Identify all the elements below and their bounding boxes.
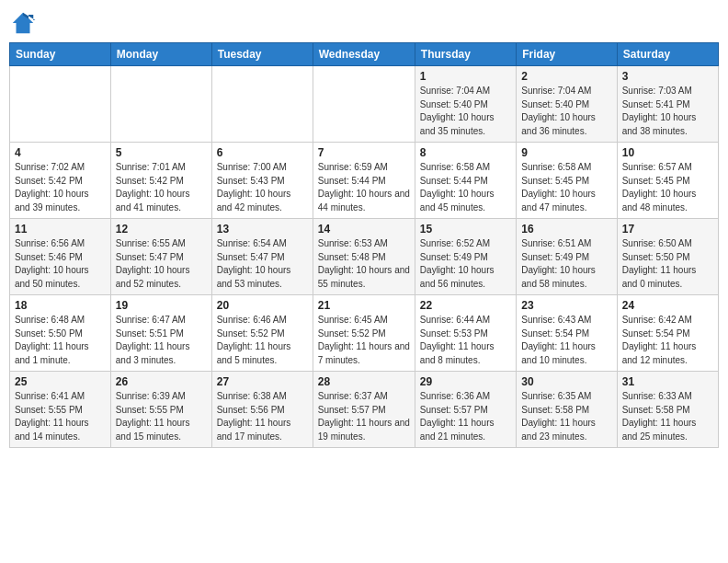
day-number: 3 — [622, 70, 713, 83]
day-number: 4 — [15, 146, 106, 159]
header-row: SundayMondayTuesdayWednesdayThursdayFrid… — [10, 43, 719, 66]
day-info: Sunrise: 6:44 AM Sunset: 5:53 PM Dayligh… — [420, 314, 511, 367]
day-info: Sunrise: 7:00 AM Sunset: 5:43 PM Dayligh… — [217, 161, 308, 214]
day-info: Sunrise: 6:50 AM Sunset: 5:50 PM Dayligh… — [622, 237, 713, 291]
day-cell: 12Sunrise: 6:55 AM Sunset: 5:47 PM Dayli… — [110, 219, 211, 295]
day-info: Sunrise: 6:42 AM Sunset: 5:54 PM Dayligh… — [622, 314, 713, 367]
day-cell: 23Sunrise: 6:43 AM Sunset: 5:54 PM Dayli… — [517, 295, 617, 372]
day-cell: 26Sunrise: 6:39 AM Sunset: 5:55 PM Dayli… — [110, 372, 211, 448]
day-cell: 13Sunrise: 6:54 AM Sunset: 5:47 PM Dayli… — [211, 219, 313, 295]
day-info: Sunrise: 6:48 AM Sunset: 5:50 PM Dayligh… — [15, 314, 106, 367]
day-info: Sunrise: 7:03 AM Sunset: 5:41 PM Dayligh… — [622, 85, 713, 138]
day-number: 17 — [622, 223, 713, 236]
day-info: Sunrise: 6:53 AM Sunset: 5:48 PM Dayligh… — [318, 237, 410, 291]
day-number: 15 — [420, 223, 511, 236]
week-row-1: 1Sunrise: 7:04 AM Sunset: 5:40 PM Daylig… — [10, 66, 719, 143]
day-cell: 24Sunrise: 6:42 AM Sunset: 5:54 PM Dayli… — [617, 295, 718, 372]
day-number: 8 — [420, 146, 511, 159]
day-info: Sunrise: 6:57 AM Sunset: 5:45 PM Dayligh… — [622, 161, 713, 214]
day-cell: 9Sunrise: 6:58 AM Sunset: 5:45 PM Daylig… — [517, 143, 617, 219]
day-cell: 10Sunrise: 6:57 AM Sunset: 5:45 PM Dayli… — [617, 143, 718, 219]
logo-icon — [9, 9, 37, 37]
day-cell: 5Sunrise: 7:01 AM Sunset: 5:42 PM Daylig… — [110, 143, 211, 219]
day-info: Sunrise: 7:04 AM Sunset: 5:40 PM Dayligh… — [420, 85, 511, 138]
day-cell: 17Sunrise: 6:50 AM Sunset: 5:50 PM Dayli… — [617, 219, 718, 295]
week-row-2: 4Sunrise: 7:02 AM Sunset: 5:42 PM Daylig… — [10, 143, 719, 219]
day-info: Sunrise: 6:45 AM Sunset: 5:52 PM Dayligh… — [318, 314, 410, 367]
day-info: Sunrise: 6:39 AM Sunset: 5:55 PM Dayligh… — [116, 390, 207, 443]
day-info: Sunrise: 6:43 AM Sunset: 5:54 PM Dayligh… — [521, 314, 611, 367]
day-number: 29 — [420, 375, 511, 388]
calendar-table: SundayMondayTuesdayWednesdayThursdayFrid… — [9, 42, 719, 448]
day-number: 20 — [217, 299, 308, 312]
day-number: 13 — [217, 223, 308, 236]
header-cell-tuesday: Tuesday — [211, 43, 313, 66]
day-cell: 3Sunrise: 7:03 AM Sunset: 5:41 PM Daylig… — [617, 66, 718, 143]
header-cell-thursday: Thursday — [415, 43, 516, 66]
page-header — [9, 9, 719, 37]
day-cell — [10, 66, 111, 143]
day-number: 1 — [420, 70, 511, 83]
day-info: Sunrise: 6:59 AM Sunset: 5:44 PM Dayligh… — [318, 161, 410, 214]
day-number: 23 — [521, 299, 611, 312]
day-number: 19 — [116, 299, 207, 312]
day-number: 26 — [116, 375, 207, 388]
day-number: 21 — [318, 299, 410, 312]
day-cell: 19Sunrise: 6:47 AM Sunset: 5:51 PM Dayli… — [110, 295, 211, 372]
day-cell: 14Sunrise: 6:53 AM Sunset: 5:48 PM Dayli… — [313, 219, 415, 295]
day-number: 12 — [116, 223, 207, 236]
day-cell: 25Sunrise: 6:41 AM Sunset: 5:55 PM Dayli… — [10, 372, 111, 448]
header-cell-monday: Monday — [110, 43, 211, 66]
day-cell: 31Sunrise: 6:33 AM Sunset: 5:58 PM Dayli… — [617, 372, 718, 448]
day-cell: 21Sunrise: 6:45 AM Sunset: 5:52 PM Dayli… — [313, 295, 415, 372]
day-cell: 18Sunrise: 6:48 AM Sunset: 5:50 PM Dayli… — [10, 295, 111, 372]
day-info: Sunrise: 6:52 AM Sunset: 5:49 PM Dayligh… — [420, 237, 511, 291]
day-cell: 11Sunrise: 6:56 AM Sunset: 5:46 PM Dayli… — [10, 219, 111, 295]
day-cell: 6Sunrise: 7:00 AM Sunset: 5:43 PM Daylig… — [211, 143, 313, 219]
day-cell: 8Sunrise: 6:58 AM Sunset: 5:44 PM Daylig… — [415, 143, 516, 219]
day-number: 27 — [217, 375, 308, 388]
day-number: 22 — [420, 299, 511, 312]
day-info: Sunrise: 6:33 AM Sunset: 5:58 PM Dayligh… — [622, 390, 713, 443]
day-info: Sunrise: 7:01 AM Sunset: 5:42 PM Dayligh… — [116, 161, 207, 214]
day-info: Sunrise: 6:58 AM Sunset: 5:44 PM Dayligh… — [420, 161, 511, 214]
day-info: Sunrise: 6:51 AM Sunset: 5:49 PM Dayligh… — [521, 237, 611, 291]
day-number: 11 — [15, 223, 106, 236]
day-number: 7 — [318, 146, 410, 159]
day-info: Sunrise: 6:46 AM Sunset: 5:52 PM Dayligh… — [217, 314, 308, 367]
header-cell-saturday: Saturday — [617, 43, 718, 66]
day-info: Sunrise: 6:37 AM Sunset: 5:57 PM Dayligh… — [318, 390, 410, 443]
day-number: 16 — [521, 223, 611, 236]
day-number: 10 — [622, 146, 713, 159]
day-number: 14 — [318, 223, 410, 236]
week-row-3: 11Sunrise: 6:56 AM Sunset: 5:46 PM Dayli… — [10, 219, 719, 295]
day-cell: 20Sunrise: 6:46 AM Sunset: 5:52 PM Dayli… — [211, 295, 313, 372]
day-cell: 27Sunrise: 6:38 AM Sunset: 5:56 PM Dayli… — [211, 372, 313, 448]
header-cell-wednesday: Wednesday — [313, 43, 415, 66]
day-cell: 4Sunrise: 7:02 AM Sunset: 5:42 PM Daylig… — [10, 143, 111, 219]
day-info: Sunrise: 7:02 AM Sunset: 5:42 PM Dayligh… — [15, 161, 106, 214]
day-cell: 28Sunrise: 6:37 AM Sunset: 5:57 PM Dayli… — [313, 372, 415, 448]
day-info: Sunrise: 6:47 AM Sunset: 5:51 PM Dayligh… — [116, 314, 207, 367]
day-number: 24 — [622, 299, 713, 312]
day-cell — [211, 66, 313, 143]
day-number: 2 — [521, 70, 611, 83]
day-number: 18 — [15, 299, 106, 312]
day-cell: 7Sunrise: 6:59 AM Sunset: 5:44 PM Daylig… — [313, 143, 415, 219]
day-number: 28 — [318, 375, 410, 388]
day-number: 9 — [521, 146, 611, 159]
day-info: Sunrise: 6:36 AM Sunset: 5:57 PM Dayligh… — [420, 390, 511, 443]
day-info: Sunrise: 6:55 AM Sunset: 5:47 PM Dayligh… — [116, 237, 207, 291]
day-cell: 16Sunrise: 6:51 AM Sunset: 5:49 PM Dayli… — [517, 219, 617, 295]
day-cell: 15Sunrise: 6:52 AM Sunset: 5:49 PM Dayli… — [415, 219, 516, 295]
day-number: 30 — [521, 375, 611, 388]
day-number: 25 — [15, 375, 106, 388]
day-info: Sunrise: 6:41 AM Sunset: 5:55 PM Dayligh… — [15, 390, 106, 443]
day-info: Sunrise: 6:56 AM Sunset: 5:46 PM Dayligh… — [15, 237, 106, 291]
day-cell: 1Sunrise: 7:04 AM Sunset: 5:40 PM Daylig… — [415, 66, 516, 143]
day-info: Sunrise: 6:35 AM Sunset: 5:58 PM Dayligh… — [521, 390, 611, 443]
day-cell: 22Sunrise: 6:44 AM Sunset: 5:53 PM Dayli… — [415, 295, 516, 372]
day-info: Sunrise: 6:38 AM Sunset: 5:56 PM Dayligh… — [217, 390, 308, 443]
day-info: Sunrise: 7:04 AM Sunset: 5:40 PM Dayligh… — [521, 85, 611, 138]
day-number: 6 — [217, 146, 308, 159]
